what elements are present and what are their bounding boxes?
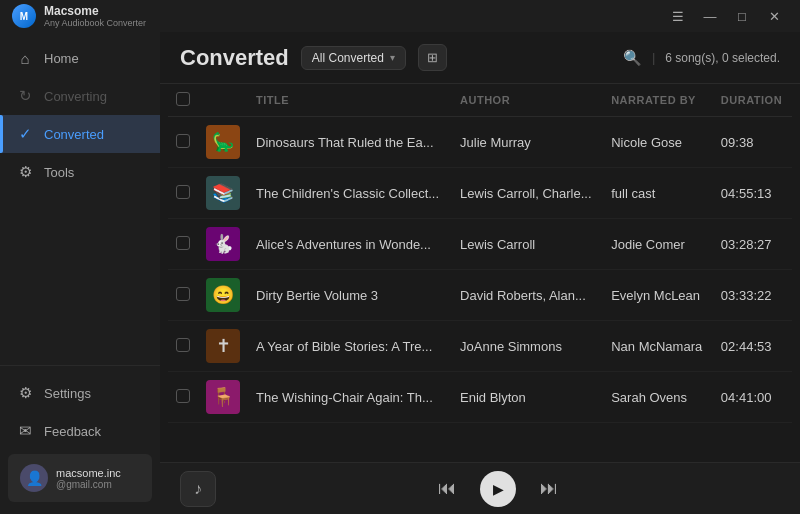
row-narrator: Sarah Ovens — [603, 372, 713, 423]
col-duration: DURATION — [713, 84, 792, 117]
row-checkbox[interactable] — [176, 338, 190, 352]
app-icon: M — [12, 4, 36, 28]
select-all-checkbox[interactable] — [176, 92, 190, 106]
converting-icon: ↻ — [16, 87, 34, 105]
row-title: The Wishing-Chair Again: Th... — [248, 372, 452, 423]
row-author: JoAnne Simmons — [452, 321, 603, 372]
book-thumbnail: ✝ — [206, 329, 240, 363]
app-subtitle: Any Audiobook Converter — [44, 18, 146, 28]
row-check — [168, 168, 198, 219]
sidebar-label-home: Home — [44, 51, 79, 66]
table-row[interactable]: 😄 Dirty Bertie Volume 3 David Roberts, A… — [168, 270, 792, 321]
book-thumbnail: 🐇 — [206, 227, 240, 261]
table-row[interactable]: 📚 The Children's Classic Collect... Lewi… — [168, 168, 792, 219]
row-narrator: Evelyn McLean — [603, 270, 713, 321]
player-controls: ⏮ ▶ ⏭ — [434, 471, 562, 507]
table-container: TITLE Author Narrated by DURATION 🦕 Dino… — [160, 84, 800, 462]
sidebar-label-converted: Converted — [44, 127, 104, 142]
sidebar-item-converting: ↻ Converting — [0, 77, 160, 115]
row-checkbox[interactable] — [176, 287, 190, 301]
close-button[interactable]: ✕ — [760, 6, 788, 26]
sidebar-label-tools: Tools — [44, 165, 74, 180]
table-row[interactable]: 🪑 The Wishing-Chair Again: Th... Enid Bl… — [168, 372, 792, 423]
content-header: Converted All Converted ▾ ⊞ 🔍 | 6 song(s… — [160, 32, 800, 84]
tools-icon: ⚙ — [16, 163, 34, 181]
col-title: TITLE — [248, 84, 452, 117]
table-row[interactable]: ✝ A Year of Bible Stories: A Tre... JoAn… — [168, 321, 792, 372]
row-narrator: full cast — [603, 168, 713, 219]
home-icon: ⌂ — [16, 50, 34, 67]
music-note-icon: ♪ — [194, 480, 202, 498]
row-check — [168, 117, 198, 168]
sidebar: ⌂ Home ↻ Converting ✓ Converted ⚙ Tools … — [0, 32, 160, 514]
converted-icon: ✓ — [16, 125, 34, 143]
row-thumb: 😄 — [198, 270, 248, 321]
row-checkbox[interactable] — [176, 185, 190, 199]
minimize-button[interactable]: — — [696, 6, 724, 26]
row-checkbox[interactable] — [176, 236, 190, 250]
sidebar-label-converting: Converting — [44, 89, 107, 104]
row-title: Alice's Adventures in Wonde... — [248, 219, 452, 270]
row-checkbox[interactable] — [176, 389, 190, 403]
row-title: Dirty Bertie Volume 3 — [248, 270, 452, 321]
title-bar-controls: ☰ — □ ✕ — [664, 6, 788, 26]
sidebar-bottom: ⚙ Settings ✉ Feedback 👤 macsome.inc @gma… — [0, 365, 160, 506]
player-left: ♪ — [180, 471, 216, 507]
play-icon: ▶ — [493, 481, 504, 497]
row-narrator: Nan McNamara — [603, 321, 713, 372]
user-profile[interactable]: 👤 macsome.inc @gmail.com — [8, 454, 152, 502]
next-button[interactable]: ⏭ — [536, 474, 562, 503]
row-check — [168, 372, 198, 423]
view-toggle-button[interactable]: ⊞ — [418, 44, 447, 71]
maximize-button[interactable]: □ — [728, 6, 756, 26]
row-thumb: ✝ — [198, 321, 248, 372]
col-author: Author — [452, 84, 603, 117]
col-narrator: Narrated by — [603, 84, 713, 117]
row-thumb: 📚 — [198, 168, 248, 219]
sidebar-item-home[interactable]: ⌂ Home — [0, 40, 160, 77]
row-check — [168, 321, 198, 372]
filter-dropdown[interactable]: All Converted ▾ — [301, 46, 406, 70]
row-author: David Roberts, Alan... — [452, 270, 603, 321]
row-title: Dinosaurs That Ruled the Ea... — [248, 117, 452, 168]
settings-icon: ⚙ — [16, 384, 34, 402]
row-title: The Children's Classic Collect... — [248, 168, 452, 219]
book-thumbnail: 🦕 — [206, 125, 240, 159]
row-duration: 03:33:22 — [713, 270, 792, 321]
table-row[interactable]: 🐇 Alice's Adventures in Wonde... Lewis C… — [168, 219, 792, 270]
data-table: TITLE Author Narrated by DURATION 🦕 Dino… — [168, 84, 792, 423]
row-title: A Year of Bible Stories: A Tre... — [248, 321, 452, 372]
row-duration: 04:41:00 — [713, 372, 792, 423]
sidebar-item-settings[interactable]: ⚙ Settings — [0, 374, 160, 412]
bottom-player: ♪ ⏮ ▶ ⏭ — [160, 462, 800, 514]
row-duration: 03:28:27 — [713, 219, 792, 270]
sidebar-label-feedback: Feedback — [44, 424, 101, 439]
music-note-button[interactable]: ♪ — [180, 471, 216, 507]
table-row[interactable]: 🦕 Dinosaurs That Ruled the Ea... Julie M… — [168, 117, 792, 168]
sidebar-item-tools[interactable]: ⚙ Tools — [0, 153, 160, 191]
main-layout: ⌂ Home ↻ Converting ✓ Converted ⚙ Tools … — [0, 32, 800, 514]
play-button[interactable]: ▶ — [480, 471, 516, 507]
app-title-group: Macsome Any Audiobook Converter — [44, 4, 146, 28]
sidebar-nav: ⌂ Home ↻ Converting ✓ Converted ⚙ Tools — [0, 40, 160, 365]
row-author: Lewis Carroll, Charle... — [452, 168, 603, 219]
book-thumbnail: 📚 — [206, 176, 240, 210]
app-name: Macsome — [44, 4, 146, 18]
row-author: Julie Murray — [452, 117, 603, 168]
menu-button[interactable]: ☰ — [664, 6, 692, 26]
row-duration: 02:44:53 — [713, 321, 792, 372]
active-indicator — [0, 115, 3, 153]
row-duration: 09:38 — [713, 117, 792, 168]
chevron-down-icon: ▾ — [390, 52, 395, 63]
row-checkbox[interactable] — [176, 134, 190, 148]
header-right: 🔍 | 6 song(s), 0 selected. — [623, 49, 780, 67]
sidebar-item-converted[interactable]: ✓ Converted — [0, 115, 160, 153]
book-thumbnail: 😄 — [206, 278, 240, 312]
content-area: Converted All Converted ▾ ⊞ 🔍 | 6 song(s… — [160, 32, 800, 514]
sidebar-item-feedback[interactable]: ✉ Feedback — [0, 412, 160, 450]
col-check — [168, 84, 198, 117]
row-check — [168, 270, 198, 321]
search-icon[interactable]: 🔍 — [623, 49, 642, 67]
prev-button[interactable]: ⏮ — [434, 474, 460, 503]
row-duration: 04:55:13 — [713, 168, 792, 219]
